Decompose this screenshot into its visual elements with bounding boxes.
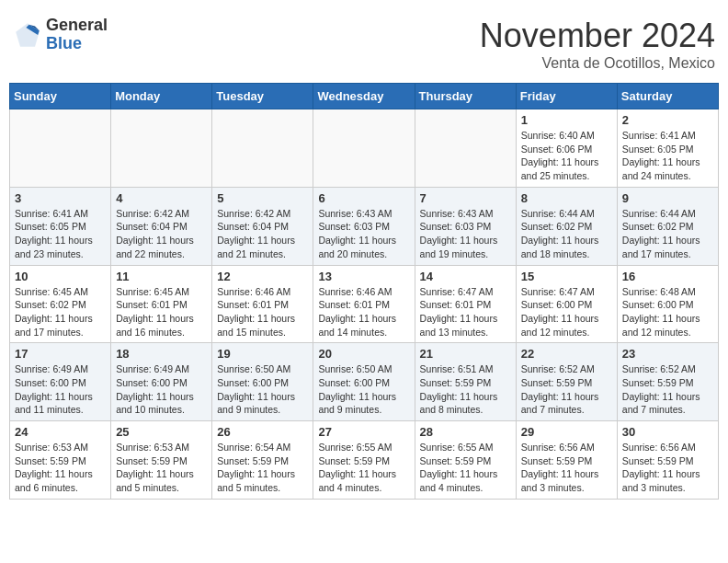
- day-info: Sunrise: 6:41 AM Sunset: 6:05 PM Dayligh…: [622, 129, 713, 183]
- day-info: Sunrise: 6:45 AM Sunset: 6:01 PM Dayligh…: [116, 285, 207, 339]
- day-number: 29: [521, 425, 612, 439]
- day-number: 6: [318, 191, 409, 205]
- day-info: Sunrise: 6:53 AM Sunset: 5:59 PM Dayligh…: [116, 441, 207, 495]
- day-number: 17: [15, 347, 106, 361]
- day-number: 8: [521, 191, 612, 205]
- month-title: November 2024: [480, 17, 715, 55]
- weekday-header-sunday: Sunday: [10, 84, 111, 109]
- title-block: November 2024 Venta de Ocotillos, Mexico: [480, 17, 715, 72]
- day-number: 4: [116, 191, 207, 205]
- location-title: Venta de Ocotillos, Mexico: [480, 55, 715, 72]
- day-info: Sunrise: 6:51 AM Sunset: 5:59 PM Dayligh…: [420, 362, 511, 417]
- day-number: 7: [420, 191, 511, 205]
- calendar-day-cell: 17Sunrise: 6:49 AM Sunset: 6:00 PM Dayli…: [10, 343, 111, 421]
- calendar-day-cell: 13Sunrise: 6:46 AM Sunset: 6:01 PM Dayli…: [313, 265, 415, 343]
- day-info: Sunrise: 6:40 AM Sunset: 6:06 PM Dayligh…: [521, 129, 612, 183]
- calendar-day-cell: 25Sunrise: 6:53 AM Sunset: 5:59 PM Dayli…: [111, 421, 212, 500]
- logo-text: General Blue: [46, 17, 108, 53]
- calendar-day-cell: [111, 109, 212, 188]
- day-number: 14: [420, 270, 511, 283]
- calendar-week-row: 3Sunrise: 6:41 AM Sunset: 6:05 PM Daylig…: [10, 187, 719, 265]
- calendar-day-cell: 22Sunrise: 6:52 AM Sunset: 5:59 PM Dayli…: [516, 343, 617, 421]
- day-number: 1: [521, 113, 612, 127]
- day-info: Sunrise: 6:55 AM Sunset: 5:59 PM Dayligh…: [318, 441, 409, 495]
- calendar-day-cell: 5Sunrise: 6:42 AM Sunset: 6:04 PM Daylig…: [212, 187, 313, 265]
- day-info: Sunrise: 6:50 AM Sunset: 6:00 PM Dayligh…: [217, 362, 308, 417]
- calendar-day-cell: [212, 109, 313, 188]
- calendar-day-cell: 4Sunrise: 6:42 AM Sunset: 6:04 PM Daylig…: [111, 187, 212, 265]
- day-number: 28: [420, 425, 511, 439]
- calendar-week-row: 24Sunrise: 6:53 AM Sunset: 5:59 PM Dayli…: [10, 421, 719, 500]
- calendar-table: SundayMondayTuesdayWednesdayThursdayFrid…: [9, 83, 719, 500]
- page-header: General Blue November 2024 Venta de Ocot…: [9, 9, 719, 75]
- day-number: 30: [622, 425, 713, 439]
- calendar-day-cell: 29Sunrise: 6:56 AM Sunset: 5:59 PM Dayli…: [516, 421, 617, 500]
- calendar-day-cell: 19Sunrise: 6:50 AM Sunset: 6:00 PM Dayli…: [212, 343, 313, 421]
- day-info: Sunrise: 6:43 AM Sunset: 6:03 PM Dayligh…: [318, 207, 409, 261]
- day-info: Sunrise: 6:47 AM Sunset: 6:00 PM Dayligh…: [521, 285, 612, 339]
- day-number: 19: [217, 347, 308, 361]
- calendar-day-cell: [313, 109, 415, 188]
- day-number: 10: [15, 270, 106, 283]
- calendar-day-cell: 26Sunrise: 6:54 AM Sunset: 5:59 PM Dayli…: [212, 421, 313, 500]
- weekday-header-wednesday: Wednesday: [313, 84, 415, 109]
- calendar-week-row: 10Sunrise: 6:45 AM Sunset: 6:02 PM Dayli…: [10, 265, 719, 343]
- day-info: Sunrise: 6:41 AM Sunset: 6:05 PM Dayligh…: [15, 207, 106, 261]
- calendar-day-cell: 8Sunrise: 6:44 AM Sunset: 6:02 PM Daylig…: [516, 187, 617, 265]
- calendar-day-cell: 30Sunrise: 6:56 AM Sunset: 5:59 PM Dayli…: [617, 421, 718, 500]
- day-info: Sunrise: 6:56 AM Sunset: 5:59 PM Dayligh…: [622, 441, 713, 495]
- day-number: 24: [15, 425, 106, 439]
- day-number: 27: [318, 425, 409, 439]
- day-info: Sunrise: 6:52 AM Sunset: 5:59 PM Dayligh…: [521, 362, 612, 417]
- logo: General Blue: [13, 17, 108, 53]
- calendar-day-cell: 28Sunrise: 6:55 AM Sunset: 5:59 PM Dayli…: [415, 421, 516, 500]
- calendar-day-cell: 10Sunrise: 6:45 AM Sunset: 6:02 PM Dayli…: [10, 265, 111, 343]
- day-number: 15: [521, 270, 612, 283]
- day-number: 22: [521, 347, 612, 361]
- day-info: Sunrise: 6:42 AM Sunset: 6:04 PM Dayligh…: [217, 207, 308, 261]
- calendar-week-row: 1Sunrise: 6:40 AM Sunset: 6:06 PM Daylig…: [10, 109, 719, 188]
- calendar-day-cell: 15Sunrise: 6:47 AM Sunset: 6:00 PM Dayli…: [516, 265, 617, 343]
- day-number: 18: [116, 347, 207, 361]
- day-number: 5: [217, 191, 308, 205]
- day-info: Sunrise: 6:52 AM Sunset: 5:59 PM Dayligh…: [622, 362, 713, 417]
- day-number: 23: [622, 347, 713, 361]
- day-number: 11: [116, 270, 207, 283]
- calendar-day-cell: 27Sunrise: 6:55 AM Sunset: 5:59 PM Dayli…: [313, 421, 415, 500]
- day-info: Sunrise: 6:55 AM Sunset: 5:59 PM Dayligh…: [420, 441, 511, 495]
- calendar-day-cell: 6Sunrise: 6:43 AM Sunset: 6:03 PM Daylig…: [313, 187, 415, 265]
- day-info: Sunrise: 6:46 AM Sunset: 6:01 PM Dayligh…: [318, 285, 409, 339]
- logo-general-text: General: [46, 17, 108, 35]
- day-info: Sunrise: 6:49 AM Sunset: 6:00 PM Dayligh…: [116, 362, 207, 417]
- calendar-day-cell: 23Sunrise: 6:52 AM Sunset: 5:59 PM Dayli…: [617, 343, 718, 421]
- day-info: Sunrise: 6:47 AM Sunset: 6:01 PM Dayligh…: [420, 285, 511, 339]
- day-number: 21: [420, 347, 511, 361]
- calendar-day-cell: 12Sunrise: 6:46 AM Sunset: 6:01 PM Dayli…: [212, 265, 313, 343]
- day-info: Sunrise: 6:42 AM Sunset: 6:04 PM Dayligh…: [116, 207, 207, 261]
- calendar-day-cell: 11Sunrise: 6:45 AM Sunset: 6:01 PM Dayli…: [111, 265, 212, 343]
- day-number: 9: [622, 191, 713, 205]
- day-info: Sunrise: 6:44 AM Sunset: 6:02 PM Dayligh…: [521, 207, 612, 261]
- day-number: 3: [15, 191, 106, 205]
- day-info: Sunrise: 6:46 AM Sunset: 6:01 PM Dayligh…: [217, 285, 308, 339]
- calendar-day-cell: 7Sunrise: 6:43 AM Sunset: 6:03 PM Daylig…: [415, 187, 516, 265]
- day-info: Sunrise: 6:56 AM Sunset: 5:59 PM Dayligh…: [521, 441, 612, 495]
- day-info: Sunrise: 6:45 AM Sunset: 6:02 PM Dayligh…: [15, 285, 106, 339]
- calendar-day-cell: 14Sunrise: 6:47 AM Sunset: 6:01 PM Dayli…: [415, 265, 516, 343]
- calendar-day-cell: 1Sunrise: 6:40 AM Sunset: 6:06 PM Daylig…: [516, 109, 617, 188]
- weekday-header-friday: Friday: [516, 84, 617, 109]
- calendar-day-cell: 20Sunrise: 6:50 AM Sunset: 6:00 PM Dayli…: [313, 343, 415, 421]
- day-info: Sunrise: 6:54 AM Sunset: 5:59 PM Dayligh…: [217, 441, 308, 495]
- day-info: Sunrise: 6:53 AM Sunset: 5:59 PM Dayligh…: [15, 441, 106, 495]
- calendar-day-cell: 9Sunrise: 6:44 AM Sunset: 6:02 PM Daylig…: [617, 187, 718, 265]
- calendar-day-cell: 18Sunrise: 6:49 AM Sunset: 6:00 PM Dayli…: [111, 343, 212, 421]
- day-info: Sunrise: 6:44 AM Sunset: 6:02 PM Dayligh…: [622, 207, 713, 261]
- logo-blue-text: Blue: [46, 35, 108, 53]
- weekday-header-thursday: Thursday: [415, 84, 516, 109]
- day-info: Sunrise: 6:50 AM Sunset: 6:00 PM Dayligh…: [318, 362, 409, 417]
- day-info: Sunrise: 6:49 AM Sunset: 6:00 PM Dayligh…: [15, 362, 106, 417]
- day-number: 13: [318, 270, 409, 283]
- calendar-day-cell: 2Sunrise: 6:41 AM Sunset: 6:05 PM Daylig…: [617, 109, 718, 188]
- day-number: 20: [318, 347, 409, 361]
- day-info: Sunrise: 6:43 AM Sunset: 6:03 PM Dayligh…: [420, 207, 511, 261]
